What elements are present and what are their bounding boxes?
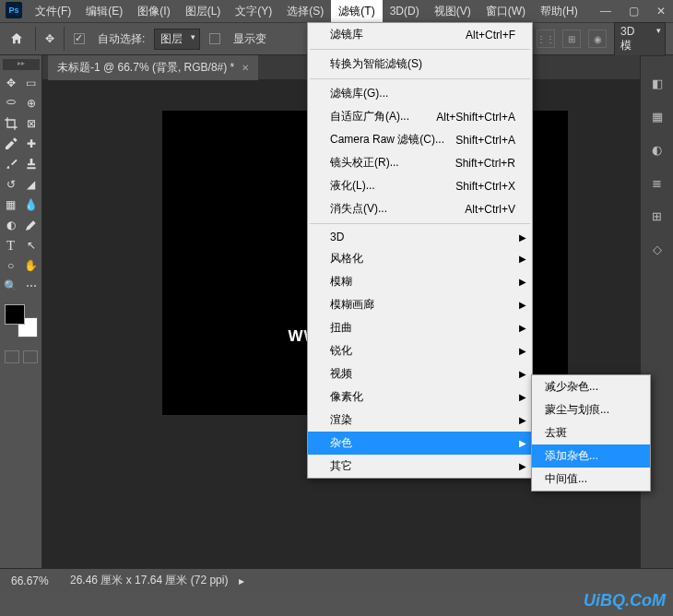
3d-mode-icon[interactable]: ◉ [588,30,607,48]
document-tab[interactable]: 未标题-1 @ 66.7% (背景, RGB/8#) * ✕ [48,55,258,80]
zoom-tool-icon[interactable]: 🔍 [2,277,20,295]
more-tools-icon[interactable]: ⋯ [22,277,41,295]
noise-submenu: 减少杂色... 蒙尘与划痕... 去斑 添加杂色... 中间值... [531,374,651,492]
filter-vanish-item[interactable]: 消失点(V)...Alt+Ctrl+V [308,197,532,220]
filter-gallery-item[interactable]: 滤镜库(G)... [308,82,532,105]
auto-select-label: 自动选择: [98,31,145,47]
noise-despeckle-item[interactable]: 去斑 [532,421,650,444]
filter-stylize-item[interactable]: 风格化▶ [308,247,532,270]
show-transform-checkbox[interactable] [209,33,220,44]
toolbox: ▸▸ ✥ ▭ ⊕ ⊠ ✚ ↺ ◢ ▦ 💧 ◐ T ↖ ○ ✋ 🔍 ⋯ [0,55,42,568]
auto-select-checkbox[interactable] [74,33,85,44]
color-swatches[interactable] [5,304,38,338]
menu-image[interactable]: 图像(I) [130,0,177,23]
filter-liquify-item[interactable]: 液化(L)...Shift+Ctrl+X [308,174,532,197]
path-select-tool-icon[interactable]: ↖ [22,236,41,255]
stamp-tool-icon[interactable] [22,155,41,173]
layers-panel-icon[interactable]: ≣ [648,173,667,192]
menu-file[interactable]: 文件(F) [28,0,78,23]
noise-reduce-item[interactable]: 减少杂色... [532,375,650,398]
menu-view[interactable]: 视图(V) [427,0,478,23]
hand-tool-icon[interactable]: ✋ [22,256,41,275]
filter-noise-item[interactable]: 杂色▶ [308,432,532,455]
menu-layer[interactable]: 图层(L) [178,0,229,23]
marquee-tool-icon[interactable]: ▭ [22,74,41,92]
filter-other-item[interactable]: 其它▶ [308,455,532,478]
separator [35,27,36,51]
noise-dust-item[interactable]: 蒙尘与划痕... [532,398,650,421]
filter-render-item[interactable]: 渲染▶ [308,409,532,432]
filter-video-item[interactable]: 视频▶ [308,362,532,385]
quick-select-tool-icon[interactable]: ⊕ [22,94,41,113]
type-tool-icon[interactable]: T [2,236,20,255]
site-watermark: UiBQ.CoM [584,591,666,610]
menu-3d[interactable]: 3D(D) [383,1,427,21]
filter-adaptive-item[interactable]: 自适应广角(A)...Alt+Shift+Ctrl+A [308,105,532,128]
menu-edit[interactable]: 编辑(E) [78,0,130,23]
filter-pixelate-item[interactable]: 像素化▶ [308,385,532,409]
color-panel-icon[interactable]: ◧ [648,74,667,92]
filter-last-item[interactable]: 滤镜库Alt+Ctrl+F [308,23,532,46]
menu-filter[interactable]: 滤镜(T) [331,0,382,23]
adjustments-panel-icon[interactable]: ◐ [648,140,667,159]
move-tool-icon[interactable]: ✥ [45,32,54,45]
filter-lens-item[interactable]: 镜头校正(R)...Shift+Ctrl+R [308,151,532,174]
maximize-button[interactable]: ▢ [621,3,645,19]
menu-window[interactable]: 窗口(W) [478,0,533,23]
noise-median-item[interactable]: 中间值... [532,468,650,491]
app-logo: Ps [6,2,22,18]
menu-help[interactable]: 帮助(H) [533,0,585,23]
crop-tool-icon[interactable] [2,114,20,133]
status-bar: 66.67% 26.46 厘米 x 17.64 厘米 (72 ppi) ▸ [0,568,673,592]
doc-dimensions: 26.46 厘米 x 17.64 厘米 (72 ppi) [70,573,228,588]
quickmask-icon[interactable] [5,350,19,363]
minimize-button[interactable]: — [594,3,618,19]
brush-tool-icon[interactable] [2,155,20,173]
filter-smart-item[interactable]: 转换为智能滤镜(S) [308,53,532,76]
filter-sharpen-item[interactable]: 锐化▶ [308,339,532,362]
toolbox-handle[interactable]: ▸▸ [3,59,40,70]
screenmode-icon[interactable] [23,350,38,363]
distribute-icon[interactable]: ⊞ [562,30,581,48]
filter-3d-item[interactable]: 3D▶ [308,227,532,247]
move-tool-icon[interactable]: ✥ [2,74,20,92]
noise-add-item[interactable]: 添加杂色... [532,444,650,468]
3d-mode-dropdown[interactable]: 3D 模 [614,22,666,56]
zoom-level[interactable]: 66.67% [11,575,61,587]
document-tab-title: 未标题-1 @ 66.7% (背景, RGB/8#) * [57,60,234,76]
window-controls: — ▢ ✕ [594,3,673,19]
menu-bar: 文件(F) 编辑(E) 图像(I) 图层(L) 文字(Y) 选择(S) 滤镜(T… [0,0,673,22]
separator [64,27,65,51]
lasso-tool-icon[interactable] [2,94,20,113]
auto-select-dropdown[interactable]: 图层 [154,29,200,50]
close-button[interactable]: ✕ [649,3,673,19]
gradient-tool-icon[interactable]: ▦ [2,195,20,214]
foreground-color[interactable] [5,304,25,325]
history-brush-tool-icon[interactable]: ↺ [2,175,20,194]
filter-blur-gallery-item[interactable]: 模糊画廊▶ [308,293,532,316]
filter-camera-raw-item[interactable]: Camera Raw 滤镜(C)...Shift+Ctrl+A [308,128,532,151]
close-tab-icon[interactable]: ✕ [242,63,249,73]
menu-type[interactable]: 文字(Y) [228,0,279,23]
filter-distort-item[interactable]: 扭曲▶ [308,316,532,339]
menu-select[interactable]: 选择(S) [279,0,331,23]
dodge-tool-icon[interactable]: ◐ [2,216,20,234]
heal-tool-icon[interactable]: ✚ [22,135,41,153]
align-icon[interactable]: ⋮⋮ [537,30,555,48]
show-transform-label: 显示变 [233,31,266,47]
eraser-tool-icon[interactable]: ◢ [22,175,41,194]
paths-panel-icon[interactable]: ◇ [648,240,667,258]
blur-tool-icon[interactable]: 💧 [22,195,41,214]
filter-menu-dropdown: 滤镜库Alt+Ctrl+F 转换为智能滤镜(S) 滤镜库(G)... 自适应广角… [307,22,533,479]
frame-tool-icon[interactable]: ⊠ [22,114,41,133]
channels-panel-icon[interactable]: ⊞ [648,207,667,225]
eyedropper-tool-icon[interactable] [2,135,20,153]
shape-tool-icon[interactable]: ○ [2,256,20,275]
swatches-panel-icon[interactable]: ▦ [648,107,667,125]
filter-blur-item[interactable]: 模糊▶ [308,270,532,293]
status-arrow-icon[interactable]: ▸ [239,575,244,587]
home-icon[interactable] [7,30,26,48]
pen-tool-icon[interactable] [22,216,41,234]
